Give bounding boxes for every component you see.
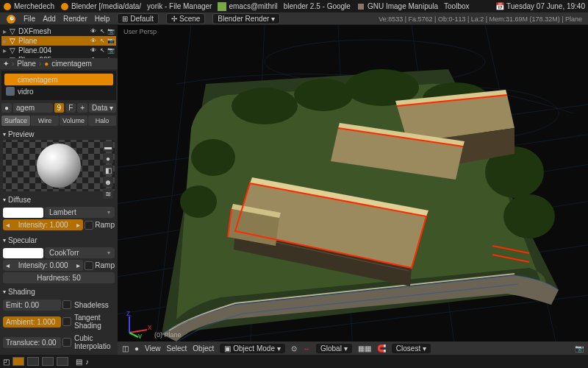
- menu-add[interactable]: Add: [43, 15, 56, 23]
- preview-hair-icon[interactable]: ≋: [103, 188, 113, 199]
- menu-file[interactable]: File: [24, 15, 35, 23]
- menu-help[interactable]: Help: [95, 15, 110, 23]
- taskbar-app-0[interactable]: Merchedech: [3, 2, 54, 11]
- render-icon[interactable]: 📷: [107, 47, 115, 54]
- vp-menu-object[interactable]: Object: [193, 344, 214, 353]
- layers-icon[interactable]: ▦▦: [358, 344, 371, 353]
- eye-icon[interactable]: 👁: [90, 28, 97, 35]
- preview-cube-icon[interactable]: ◧: [103, 165, 113, 175]
- hardness-slider[interactable]: Hardness: 50: [3, 272, 115, 283]
- preview-sphere-icon: [37, 144, 81, 188]
- outliner-item[interactable]: ▸▽Plane👁↖📷: [1, 36, 116, 46]
- vp-menu-select[interactable]: Select: [167, 344, 187, 353]
- taskbar-app-2[interactable]: yorik - File Manager: [147, 2, 212, 10]
- tray-icon[interactable]: ♪: [85, 358, 89, 366]
- axis-gizmo-icon: x y z: [123, 309, 153, 339]
- tangent-label: Tangent Shading: [74, 314, 115, 330]
- svg-point-9: [294, 79, 353, 111]
- outliner-item[interactable]: ▸▽DXFmesh👁↖📷: [1, 26, 116, 36]
- preview-sphere-btn[interactable]: ●: [103, 153, 113, 163]
- specular-intensity-slider[interactable]: ◂Intensity: 0.000▸: [3, 260, 83, 271]
- cubic-checkbox[interactable]: [62, 338, 71, 347]
- vp-menu-view[interactable]: View: [145, 344, 161, 353]
- material-name-field[interactable]: agem: [13, 103, 53, 113]
- snap-dropdown[interactable]: Closest ▾: [392, 344, 431, 353]
- material-link-dropdown[interactable]: Data ▾: [89, 103, 116, 113]
- diffuse-intensity-slider[interactable]: ◂Intensity: 1.000▸: [3, 219, 83, 230]
- workspace-1[interactable]: [12, 357, 24, 366]
- diffuse-shader-dropdown[interactable]: Lambert▾: [45, 207, 115, 218]
- manipulator-icon[interactable]: ↔: [303, 344, 310, 353]
- specular-ramp-checkbox[interactable]: [85, 261, 93, 270]
- preview-flat-icon[interactable]: ▬: [103, 141, 113, 152]
- cursor-icon[interactable]: ↖: [98, 47, 106, 54]
- render-viewport-icon[interactable]: 📷: [575, 344, 584, 353]
- diffuse-ramp-checkbox[interactable]: [85, 221, 93, 230]
- taskbar-app-4[interactable]: blender 2.5 - Google: [284, 2, 351, 10]
- specular-ramp-label: Ramp: [95, 261, 115, 269]
- workspace-2[interactable]: [27, 357, 39, 366]
- tray-icon[interactable]: ▤: [76, 358, 82, 366]
- breadcrumb-object[interactable]: Plane: [17, 60, 36, 68]
- material-slot[interactable]: vidro: [4, 85, 113, 97]
- diffuse-header[interactable]: ▾Diffuse: [3, 194, 115, 205]
- svg-line-17: [129, 333, 138, 337]
- shading-mode-icon[interactable]: ●: [135, 344, 139, 353]
- cursor-icon[interactable]: ↖: [98, 28, 106, 35]
- tab-surface[interactable]: Surface: [1, 116, 30, 126]
- tab-wire[interactable]: Wire: [31, 116, 59, 126]
- tab-volume[interactable]: Volume: [60, 116, 87, 126]
- workspace-4[interactable]: [57, 357, 68, 366]
- ambient-slider[interactable]: Ambient: 1.000: [3, 316, 61, 328]
- diffuse-color[interactable]: [3, 208, 43, 218]
- blender-logo-icon: [6, 14, 16, 24]
- add-material-button[interactable]: +: [77, 103, 87, 113]
- cursor-icon[interactable]: ↖: [98, 38, 106, 45]
- specular-header[interactable]: ▾Specular: [3, 235, 115, 246]
- svg-text:z: z: [126, 309, 130, 317]
- tangent-checkbox[interactable]: [62, 317, 71, 326]
- svg-text:y: y: [138, 332, 142, 339]
- os-bottom-taskbar: ◰ ▤ ♪: [0, 355, 588, 368]
- material-users[interactable]: 9: [54, 103, 65, 113]
- breadcrumb-material[interactable]: ●: [44, 60, 49, 68]
- taskbar-app-5[interactable]: GNU Image Manipula: [356, 2, 438, 11]
- mode-dropdown[interactable]: ▣ Object Mode ▾: [220, 344, 285, 353]
- material-slot[interactable]: cimentagem: [4, 74, 113, 85]
- scene-dropdown[interactable]: ✢ Scene: [166, 13, 205, 24]
- tab-halo[interactable]: Halo: [88, 116, 116, 126]
- snap-magnet-icon[interactable]: 🧲: [377, 344, 386, 353]
- preview-header[interactable]: ▾Preview: [3, 129, 115, 140]
- eye-icon[interactable]: 👁: [90, 38, 97, 45]
- taskbar-app-6[interactable]: Toolbox: [444, 2, 469, 10]
- preview-panel: ▾Preview ▬ ● ◧ ☻ ≋: [0, 127, 118, 193]
- material-slot-list: cimentagem vidro: [1, 71, 116, 100]
- shading-header[interactable]: ▾Shading: [3, 286, 115, 297]
- fake-user-button[interactable]: F: [65, 103, 76, 113]
- viewport-object-label: (0) Plane: [154, 331, 182, 339]
- specular-color[interactable]: [3, 248, 43, 258]
- eye-icon[interactable]: 👁: [90, 47, 97, 54]
- emit-slider[interactable]: Emit: 0.00: [3, 300, 61, 311]
- material-browse-button[interactable]: ●: [1, 103, 12, 113]
- preview-monkey-icon[interactable]: ☻: [103, 177, 113, 187]
- pivot-icon[interactable]: ⊙: [291, 344, 297, 353]
- render-icon[interactable]: 📷: [107, 28, 115, 35]
- orientation-dropdown[interactable]: Global ▾: [316, 344, 352, 353]
- specular-panel: ▾Specular CookTorr▾ ◂Intensity: 0.000▸ R…: [0, 233, 118, 285]
- engine-dropdown[interactable]: Blender Render ▾: [212, 13, 280, 24]
- outliner-item[interactable]: ▸▽Plane.004👁↖📷: [1, 46, 116, 55]
- specular-shader-dropdown[interactable]: CookTorr▾: [45, 247, 115, 258]
- layout-dropdown[interactable]: ⊞ Default: [117, 13, 159, 24]
- shadeless-checkbox[interactable]: [62, 300, 71, 309]
- render-icon[interactable]: 📷: [107, 38, 115, 45]
- world-icon[interactable]: ✦: [3, 60, 9, 68]
- editor-type-icon[interactable]: ◫: [122, 344, 129, 353]
- workspace-3[interactable]: [42, 357, 54, 366]
- show-desktop-icon[interactable]: ◰: [3, 358, 10, 366]
- translucency-slider[interactable]: Transluce: 0.00: [3, 337, 61, 348]
- taskbar-app-1[interactable]: Blender [/media/data/: [60, 2, 141, 11]
- taskbar-app-3[interactable]: emacs@mithril: [218, 2, 277, 11]
- menu-render[interactable]: Render: [63, 15, 87, 23]
- 3d-viewport[interactable]: User Persp: [118, 25, 588, 355]
